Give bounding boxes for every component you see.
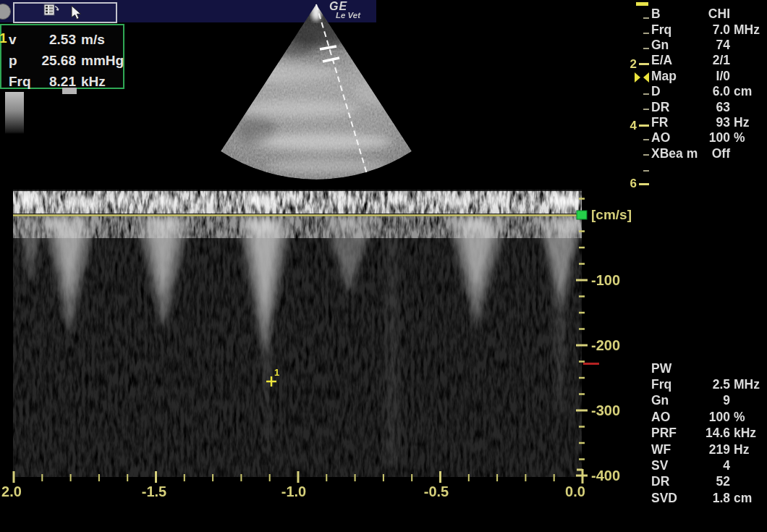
param-row: AO 100 %: [651, 130, 767, 145]
param-unit: %: [734, 410, 767, 425]
time-tick-label: -1.5: [132, 484, 176, 500]
time-tick-label: 2.0: [0, 484, 33, 500]
param-unit: Hz: [734, 115, 767, 130]
param-label: Gn: [651, 38, 699, 53]
pw-parameter-list: PW Frq 2.5 MHz Gn 9 AO 100 % PRF 14.6 kH…: [651, 360, 767, 507]
param-value: 4: [699, 458, 730, 473]
param-row: Gn 74: [651, 38, 767, 53]
param-row: E/A 2/1: [651, 53, 767, 68]
param-row: AO 100 %: [651, 409, 767, 425]
param-unit: kHz: [734, 426, 767, 441]
param-label: SV: [651, 458, 699, 473]
param-value: 100: [699, 410, 730, 425]
param-label: DR: [651, 100, 699, 115]
param-row: Map I/0: [651, 69, 767, 84]
depth-ruler-zero-mark: [636, 2, 648, 6]
param-row: WF 219 Hz: [651, 442, 767, 457]
depth-label-4: 4: [621, 119, 637, 133]
param-unit: %: [734, 130, 767, 145]
param-value: 6.0: [699, 84, 730, 99]
bmode-parameter-list: B CHI Frq 7.0 MHz Gn 74 E/A 2/1 Map I/0 …: [651, 7, 767, 161]
param-row: Frq 2.5 MHz: [651, 376, 767, 392]
param-label: E/A: [651, 53, 699, 68]
param-value: 93: [699, 115, 730, 130]
velocity-tick-label: -100: [591, 272, 633, 289]
param-label: Gn: [651, 393, 699, 408]
param-unit: MHz: [734, 377, 767, 392]
param-label: Map: [651, 69, 699, 84]
baseline-handle[interactable]: [577, 211, 587, 219]
scale-red-marker: [583, 363, 599, 365]
ultrasound-screen: 1 v 2.53 m/s p 25.68 mmHg Frq 8.21 kHz: [0, 0, 767, 532]
param-row: Frq 7.0 MHz: [651, 22, 767, 37]
time-tick-label: 0.0: [554, 484, 597, 500]
param-row: SVD 1.8 cm: [651, 490, 767, 506]
param-label: D: [651, 84, 699, 99]
depth-label-2: 2: [621, 57, 637, 72]
param-label: AO: [651, 130, 699, 145]
focus-position-marker[interactable]: [635, 72, 649, 83]
param-row: PW: [651, 360, 767, 376]
param-row: XBea m Off: [651, 146, 767, 161]
param-row: PRF 14.6 kHz: [651, 426, 767, 442]
param-label: Frq: [651, 22, 699, 38]
param-value: 74: [699, 38, 730, 53]
param-label: AO: [651, 410, 699, 425]
param-value: 7.0: [699, 22, 730, 38]
param-value: 52: [699, 474, 730, 489]
param-label: SVD: [651, 491, 699, 506]
param-value: 1.8: [699, 491, 730, 506]
time-tick-label: -1.0: [272, 484, 315, 500]
param-unit: Hz: [734, 442, 767, 457]
param-row: DR 52: [651, 474, 767, 490]
param-label: DR: [651, 474, 699, 489]
depth-label-6: 6: [621, 177, 637, 191]
param-row: FR 93 Hz: [651, 115, 767, 130]
time-tick-label: -0.5: [415, 484, 458, 500]
param-unit: cm: [734, 491, 767, 506]
param-label: FR: [651, 115, 699, 130]
param-unit: cm: [734, 84, 767, 99]
caliper-marker[interactable]: [266, 376, 276, 387]
param-value: 100: [699, 130, 730, 145]
param-value: 14.6: [699, 426, 730, 441]
mode-title: PW: [651, 361, 699, 376]
param-value: CHI: [699, 7, 730, 22]
param-value: I/0: [699, 69, 730, 84]
velocity-tick-label: -300: [591, 402, 633, 419]
param-value: 9: [699, 393, 730, 408]
velocity-tick-label: -200: [591, 337, 633, 354]
depth-ruler-major-ticks: [639, 64, 649, 185]
param-label: XBea m: [651, 146, 699, 161]
caliper-index: 1: [274, 367, 279, 378]
param-value: 2/1: [699, 53, 730, 68]
param-row: SV 4: [651, 457, 767, 473]
param-unit: MHz: [734, 22, 767, 38]
param-row: DR 63: [651, 99, 767, 114]
param-row: B CHI: [651, 7, 767, 22]
velocity-axis-minor-ticks: [579, 199, 585, 460]
param-row: D 6.0 cm: [651, 84, 767, 99]
param-label: Frq: [651, 377, 699, 392]
param-value: 63: [699, 100, 730, 115]
param-label: B: [651, 7, 699, 22]
velocity-unit-label: [cm/s]: [591, 207, 632, 223]
param-label: PRF: [651, 426, 699, 441]
depth-ruler-minor-ticks: [643, 18, 649, 171]
param-value: 2.5: [699, 377, 730, 392]
param-label: WF: [651, 442, 699, 457]
param-value: Off: [699, 146, 730, 161]
velocity-tick-label: -400: [591, 468, 633, 484]
param-row: Gn 9: [651, 393, 767, 409]
param-value: 219: [699, 442, 730, 457]
